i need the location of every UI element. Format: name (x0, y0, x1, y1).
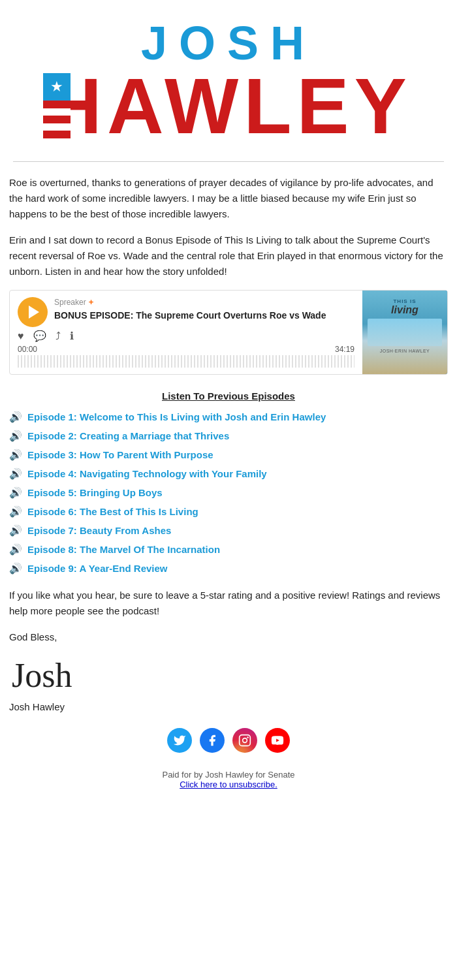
cta-text: If you like what you hear, be sure to le… (9, 588, 448, 619)
comment-icon[interactable]: 💬 (33, 330, 46, 342)
signature: Josh (9, 656, 448, 696)
thumbnail-names: JOSH·ERIN HAWLEY (380, 349, 430, 353)
intro-paragraph-1: Roe is overturned, thanks to generations… (9, 175, 448, 222)
header-divider (13, 161, 444, 162)
intro-paragraph-2: Erin and I sat down to record a Bonus Ep… (9, 232, 448, 279)
time-total: 34:19 (335, 345, 355, 354)
instagram-button[interactable] (232, 728, 257, 753)
episode-item-9: 🔊 Episode 9: A Year-End Review (9, 562, 448, 575)
play-button[interactable] (18, 297, 48, 327)
episode-link-8[interactable]: Episode 8: The Marvel Of The Incarnation (27, 544, 220, 555)
unsubscribe-link[interactable]: Click here to unsubscribe. (180, 780, 277, 789)
episode-item-7: 🔊 Episode 7: Beauty From Ashes (9, 524, 448, 537)
flag-decoration: ★ (40, 73, 74, 138)
player-controls: ♥ 💬 ⤴ ℹ (18, 327, 355, 345)
player-platform: Spreaker + (54, 297, 355, 307)
episode-link-7[interactable]: Episode 7: Beauty From Ashes (27, 525, 171, 536)
header: JOSH ★ HAWLEY (0, 0, 457, 155)
episode-item-5: 🔊 Episode 5: Bringing Up Boys (9, 486, 448, 499)
twitter-button[interactable] (167, 728, 192, 753)
speaker-icon-1: 🔊 (9, 411, 22, 423)
hawley-title: HAWLEY (45, 67, 411, 145)
speaker-icon-3: 🔊 (9, 449, 22, 461)
episode-link-9[interactable]: Episode 9: A Year-End Review (27, 563, 168, 574)
hawley-wrapper: ★ HAWLEY (45, 67, 411, 145)
share-icon[interactable]: ⤴ (55, 330, 61, 342)
main-content: Roe is overturned, thanks to generations… (0, 175, 457, 712)
episode-link-4[interactable]: Episode 4: Navigating Technology with Yo… (27, 468, 267, 479)
stripe-white-1 (43, 108, 71, 116)
instagram-icon (238, 734, 251, 747)
sign-off: God Bless, (9, 629, 448, 645)
podcast-player[interactable]: Spreaker + BONUS EPISODE: The Supreme Co… (9, 290, 448, 375)
twitter-icon (173, 734, 186, 747)
episode-item-8: 🔊 Episode 8: The Marvel Of The Incarnati… (9, 543, 448, 556)
player-top: Spreaker + BONUS EPISODE: The Supreme Co… (18, 297, 355, 327)
stripe-red-2 (43, 116, 71, 123)
youtube-button[interactable] (265, 728, 290, 753)
svg-point-1 (243, 738, 247, 743)
legal-footer: Paid for by Josh Hawley for Senate Click… (0, 763, 457, 802)
speaker-icon-9: 🔊 (9, 562, 22, 575)
platform-plus: + (89, 297, 94, 307)
player-thumbnail: THIS IS living JOSH·ERIN HAWLEY (362, 291, 447, 374)
social-bar (0, 728, 457, 753)
speaker-icon-4: 🔊 (9, 467, 22, 480)
player-main: Spreaker + BONUS EPISODE: The Supreme Co… (10, 291, 362, 374)
svg-point-2 (247, 737, 249, 739)
thumbnail-living: living (391, 304, 418, 316)
player-title: BONUS EPISODE: The Supreme Court Overtur… (54, 309, 355, 321)
flag-stripes (43, 101, 71, 138)
episode-link-3[interactable]: Episode 3: How To Parent With Purpose (27, 449, 213, 460)
stripe-white-2 (43, 123, 71, 131)
stripe-red-1 (43, 101, 71, 108)
episode-link-5[interactable]: Episode 5: Bringing Up Boys (27, 487, 163, 498)
episode-link-6[interactable]: Episode 6: The Best of This Is Living (27, 506, 198, 517)
time-current: 00:00 (18, 345, 37, 354)
facebook-icon (206, 734, 219, 747)
svg-rect-0 (240, 735, 251, 746)
speaker-icon-2: 🔊 (9, 430, 22, 442)
speaker-icon-5: 🔊 (9, 486, 22, 499)
thumbnail-this-is: THIS IS (393, 298, 416, 304)
player-times: 00:00 34:19 (18, 345, 355, 354)
episodes-section: Listen To Previous Episodes 🔊 Episode 1:… (9, 390, 448, 575)
josh-title: JOSH (13, 20, 444, 67)
thumbnail-overlay: THIS IS living JOSH·ERIN HAWLEY (362, 291, 447, 374)
episode-item-1: 🔊 Episode 1: Welcome to This Is Living w… (9, 411, 448, 423)
star-badge: ★ (43, 73, 71, 101)
episode-link-2[interactable]: Episode 2: Creating a Marriage that Thri… (27, 430, 229, 441)
play-icon (29, 306, 39, 319)
paid-for-text: Paid for by Josh Hawley for Senate (13, 770, 444, 780)
stripe-red-3 (43, 131, 71, 138)
episode-item-4: 🔊 Episode 4: Navigating Technology with … (9, 467, 448, 480)
episode-link-1[interactable]: Episode 1: Welcome to This Is Living wit… (27, 411, 326, 422)
heart-icon[interactable]: ♥ (18, 330, 24, 342)
episode-item-2: 🔊 Episode 2: Creating a Marriage that Th… (9, 430, 448, 442)
speaker-icon-7: 🔊 (9, 524, 22, 537)
episode-item-3: 🔊 Episode 3: How To Parent With Purpose (9, 449, 448, 461)
speaker-icon-6: 🔊 (9, 505, 22, 518)
speaker-icon-8: 🔊 (9, 543, 22, 556)
facebook-button[interactable] (200, 728, 225, 753)
player-info: Spreaker + BONUS EPISODE: The Supreme Co… (54, 297, 355, 321)
sender-name: Josh Hawley (9, 701, 448, 712)
episode-item-6: 🔊 Episode 6: The Best of This Is Living (9, 505, 448, 518)
player-waveform[interactable] (18, 355, 355, 368)
platform-name: Spreaker (54, 298, 86, 307)
info-icon[interactable]: ℹ (70, 330, 74, 342)
episodes-title: Listen To Previous Episodes (9, 390, 448, 402)
youtube-icon (271, 734, 284, 747)
